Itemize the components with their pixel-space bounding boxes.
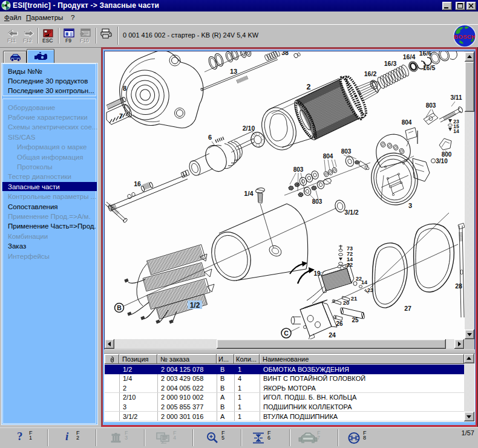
svg-text:26: 26 [336,320,343,327]
svg-text:C: C [284,330,289,337]
svg-text:B: B [117,304,122,311]
svg-text:804: 804 [323,153,333,160]
svg-text:14: 14 [361,279,367,285]
svg-text:20: 20 [343,299,350,306]
svg-text:8: 8 [123,85,126,92]
svg-text:6: 6 [208,134,212,141]
svg-text:7: 7 [119,112,123,120]
svg-text:25: 25 [352,317,359,323]
svg-text:1/2: 1/2 [190,301,200,310]
svg-text:28: 28 [455,282,462,290]
svg-text:804: 804 [402,119,412,126]
svg-text:16/2: 16/2 [364,70,377,77]
svg-text:19: 19 [313,270,321,277]
svg-text:BOSCH: BOSCH [454,33,476,40]
svg-text:3/10: 3/10 [436,158,448,164]
svg-text:13: 13 [230,68,237,75]
svg-text:803: 803 [426,102,436,109]
svg-text:16/6: 16/6 [419,51,432,57]
svg-text:24: 24 [329,331,336,339]
svg-text:38: 38 [281,51,289,56]
svg-text:16/3: 16/3 [384,60,397,67]
svg-text:803: 803 [312,198,322,205]
svg-text:16/4: 16/4 [403,53,416,60]
svg-text:32: 32 [291,51,298,53]
svg-text:3: 3 [408,202,412,209]
svg-text:1/4: 1/4 [244,190,254,197]
svg-text:14: 14 [453,128,459,134]
svg-text:803: 803 [341,148,352,155]
svg-text:3/11: 3/11 [451,94,462,101]
svg-text:3/1/2: 3/1/2 [344,209,359,216]
svg-text:800: 800 [442,151,452,158]
svg-text:27: 27 [404,305,411,312]
svg-text:16/5: 16/5 [423,64,436,71]
svg-text:2: 2 [307,83,311,91]
svg-text:803: 803 [293,166,304,173]
svg-text:2/10: 2/10 [243,125,255,132]
svg-text:21: 21 [351,295,358,302]
svg-text:16: 16 [134,180,141,187]
